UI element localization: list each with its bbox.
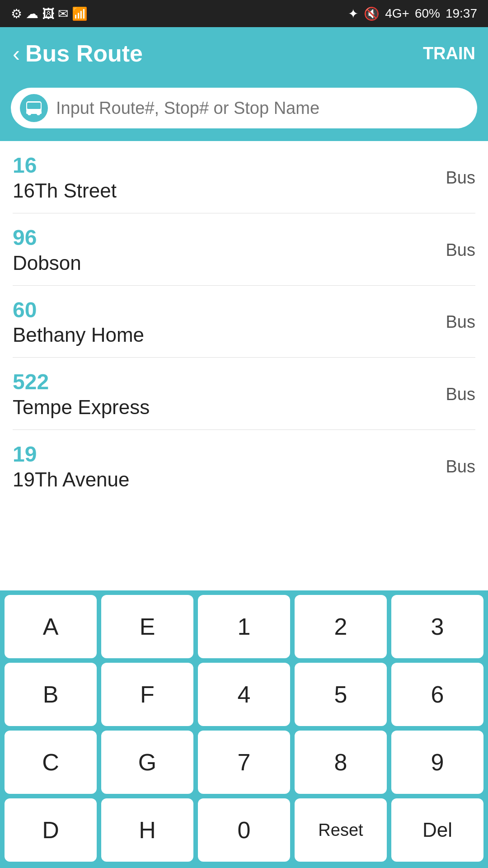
route-type: Bus [446,241,475,260]
notification-icons: ⚙ ☁ 🖼 ✉ 📶 [11,6,88,21]
route-name: 19Th Avenue [13,468,130,491]
keyboard-row-1: BF456 [5,663,483,726]
back-button[interactable]: ‹ Bus Route [13,40,143,67]
keyboard: AE123BF456CG789DH0ResetDel [0,590,488,868]
key-3[interactable]: 3 [391,595,483,658]
route-item[interactable]: 60 Bethany Home Bus [13,286,475,358]
route-name: Bethany Home [13,324,144,346]
route-item[interactable]: 522 Tempe Express Bus [13,358,475,430]
key-7[interactable]: 7 [198,731,290,794]
key-5[interactable]: 5 [295,663,387,726]
bus-icon [20,94,48,122]
route-name: Dobson [13,252,81,274]
back-chevron-icon: ‹ [13,41,20,66]
route-item[interactable]: 19 19Th Avenue Bus [13,430,475,502]
route-name: 16Th Street [13,179,117,202]
keyboard-row-2: CG789 [5,731,483,794]
route-list: 16 16Th Street Bus 96 Dobson Bus 60 Beth… [0,141,488,502]
key-d[interactable]: D [5,798,97,862]
route-type: Bus [446,312,475,332]
route-type: Bus [446,168,475,188]
route-info: 522 Tempe Express [13,370,150,419]
route-number: 19 [13,443,130,467]
key-0[interactable]: 0 [198,798,290,862]
keyboard-row-3: DH0ResetDel [5,798,483,862]
svg-rect-4 [26,111,42,114]
battery-level: 60% [415,6,440,21]
route-info: 19 19Th Avenue [13,443,130,491]
route-item[interactable]: 16 16Th Street Bus [13,141,475,213]
page-title: Bus Route [25,40,143,67]
nav-bar: ‹ Bus Route TRAIN [0,27,488,80]
search-section [0,80,488,141]
key-h[interactable]: H [101,798,193,862]
route-info: 60 Bethany Home [13,298,144,347]
key-2[interactable]: 2 [295,595,387,658]
route-number: 16 [13,154,117,178]
key-4[interactable]: 4 [198,663,290,726]
key-reset[interactable]: Reset [295,798,387,862]
route-number: 522 [13,370,150,394]
route-name: Tempe Express [13,396,150,419]
key-b[interactable]: B [5,663,97,726]
status-bar: ⚙ ☁ 🖼 ✉ 📶 ✦ 🔇 4G+ 60% 19:37 [0,0,488,27]
mute-icon: 🔇 [364,6,380,21]
key-e[interactable]: E [101,595,193,658]
route-item[interactable]: 96 Dobson Bus [13,213,475,286]
key-9[interactable]: 9 [391,731,483,794]
time-display: 19:37 [446,6,477,21]
search-bar[interactable] [11,88,477,128]
route-type: Bus [446,457,475,476]
route-info: 96 Dobson [13,226,81,274]
route-type: Bus [446,385,475,404]
signal-icon: 4G+ [385,6,409,21]
svg-rect-1 [27,103,41,109]
key-g[interactable]: G [101,731,193,794]
key-a[interactable]: A [5,595,97,658]
status-bar-left: ⚙ ☁ 🖼 ✉ 📶 [11,6,88,21]
key-6[interactable]: 6 [391,663,483,726]
key-1[interactable]: 1 [198,595,290,658]
keyboard-row-0: AE123 [5,595,483,658]
train-button[interactable]: TRAIN [423,44,475,63]
route-number: 60 [13,298,144,322]
search-input[interactable] [56,99,468,118]
status-bar-right: ✦ 🔇 4G+ 60% 19:37 [348,6,477,21]
key-f[interactable]: F [101,663,193,726]
route-number: 96 [13,226,81,250]
bluetooth-icon: ✦ [348,6,358,21]
route-info: 16 16Th Street [13,154,117,202]
key-del[interactable]: Del [391,798,483,862]
key-8[interactable]: 8 [295,731,387,794]
key-c[interactable]: C [5,731,97,794]
